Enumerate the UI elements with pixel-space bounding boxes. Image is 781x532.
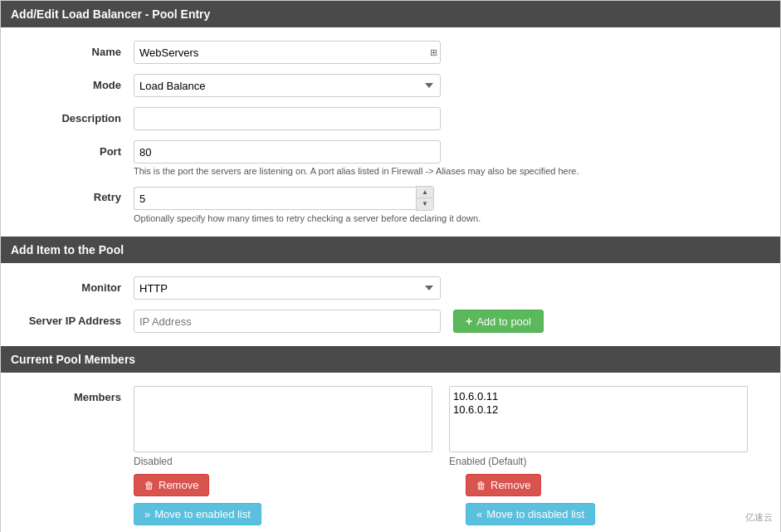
pool-section-header: Add Item to the Pool <box>1 237 780 263</box>
retry-help-text: Optionally specify how many times to ret… <box>134 213 690 223</box>
retry-input[interactable] <box>134 187 416 210</box>
retry-row: Retry ▲ ▼ Optionally specify how many ti… <box>1 181 780 228</box>
disabled-members-list[interactable] <box>134 386 432 452</box>
title-text: Add/Edit Load Balancer - Pool Entry <box>11 7 210 21</box>
disabled-col: Disabled <box>134 386 432 467</box>
add-to-pool-label: Add to pool <box>476 315 531 328</box>
port-help-text: This is the port the servers are listeni… <box>134 166 690 176</box>
plus-icon <box>466 315 472 328</box>
members-actions: 🗑 Remove 🗑 Remove <box>134 474 764 496</box>
server-ip-field-wrap: Add to pool <box>134 310 764 333</box>
name-field-icon: ⊞ <box>430 47 437 58</box>
disabled-actions: 🗑 Remove <box>134 474 432 496</box>
enabled-members-list[interactable]: 10.6.0.11 10.6.0.12 <box>449 386 748 452</box>
monitor-row: Monitor HTTP HTTPS TCP ICMP <box>1 271 780 305</box>
enabled-actions: 🗑 Remove <box>466 474 764 496</box>
retry-spinner-buttons: ▲ ▼ <box>416 186 434 211</box>
monitor-field-wrap: HTTP HTTPS TCP ICMP <box>134 276 764 300</box>
members-row: Members Disabled 10.6.0.11 10.6.0.12 <box>17 381 764 530</box>
chevrons-right-icon <box>144 508 150 520</box>
server-ip-label: Server IP Address <box>17 310 134 327</box>
remove-enabled-button[interactable]: 🗑 Remove <box>466 474 541 496</box>
description-input[interactable] <box>134 107 441 130</box>
enabled-col: 10.6.0.11 10.6.0.12 Enabled (Default) <box>449 386 748 467</box>
move-to-disabled-button[interactable]: Move to disabled list <box>466 503 595 525</box>
retry-decrement-button[interactable]: ▼ <box>417 198 433 210</box>
server-ip-input[interactable] <box>134 310 441 333</box>
disabled-label: Disabled <box>134 456 432 467</box>
move-to-disabled-col: Move to disabled list <box>466 503 764 525</box>
members-lists-wrap: Disabled 10.6.0.11 10.6.0.12 Enabled (De… <box>134 386 764 525</box>
name-field-wrap: ⊞ <box>134 41 764 64</box>
monitor-label: Monitor <box>17 276 134 294</box>
retry-spinner: ▲ ▼ <box>134 186 764 211</box>
move-actions: Move to enabled list Move to disabled li… <box>134 503 764 525</box>
remove-disabled-button[interactable]: 🗑 Remove <box>134 474 209 496</box>
remove-disabled-label: Remove <box>159 479 198 491</box>
port-label: Port <box>17 140 134 158</box>
server-ip-row: Server IP Address Add to pool <box>1 305 780 338</box>
server-ip-input-group: Add to pool <box>134 310 764 333</box>
description-row: Description <box>1 102 780 135</box>
move-to-enabled-button[interactable]: Move to enabled list <box>134 503 261 525</box>
trash-icon-disabled: 🗑 <box>144 480 154 491</box>
chevrons-left-icon <box>476 508 482 520</box>
mode-field-wrap: Load Balance Failover <box>134 74 764 97</box>
name-input-container: ⊞ <box>134 41 441 64</box>
members-lists-container: Disabled 10.6.0.11 10.6.0.12 Enabled (De… <box>134 386 764 467</box>
mode-row: Mode Load Balance Failover <box>1 69 780 102</box>
move-to-enabled-col: Move to enabled list <box>134 503 432 525</box>
remove-enabled-label: Remove <box>491 479 530 491</box>
trash-icon-enabled: 🗑 <box>476 480 486 491</box>
retry-increment-button[interactable]: ▲ <box>417 187 433 198</box>
port-input[interactable] <box>134 140 441 164</box>
name-row: Name ⊞ <box>1 36 780 69</box>
name-label: Name <box>17 41 134 58</box>
port-field-wrap: This is the port the servers are listeni… <box>134 140 764 176</box>
move-to-enabled-label: Move to enabled list <box>154 508 251 520</box>
mode-select[interactable]: Load Balance Failover <box>134 74 441 97</box>
watermark: 亿速云 <box>745 511 773 524</box>
retry-label: Retry <box>17 186 134 203</box>
move-to-disabled-label: Move to disabled list <box>486 508 584 520</box>
panel-title: Add/Edit Load Balancer - Pool Entry <box>1 1 780 27</box>
retry-field-wrap: ▲ ▼ Optionally specify how many times to… <box>134 186 764 223</box>
name-input[interactable] <box>134 41 441 64</box>
description-field-wrap <box>134 107 764 130</box>
members-label: Members <box>17 386 134 403</box>
move-separator <box>441 503 457 525</box>
members-section-title: Current Pool Members <box>11 353 135 366</box>
mode-label: Mode <box>17 74 134 91</box>
members-section-header: Current Pool Members <box>1 346 780 373</box>
enabled-label: Enabled (Default) <box>449 456 748 467</box>
monitor-select[interactable]: HTTP HTTPS TCP ICMP <box>134 276 441 300</box>
add-to-pool-button[interactable]: Add to pool <box>453 310 544 333</box>
pool-section-title: Add Item to the Pool <box>11 243 124 256</box>
port-row: Port This is the port the servers are li… <box>1 135 780 181</box>
action-separator <box>441 474 457 496</box>
description-label: Description <box>17 107 134 124</box>
